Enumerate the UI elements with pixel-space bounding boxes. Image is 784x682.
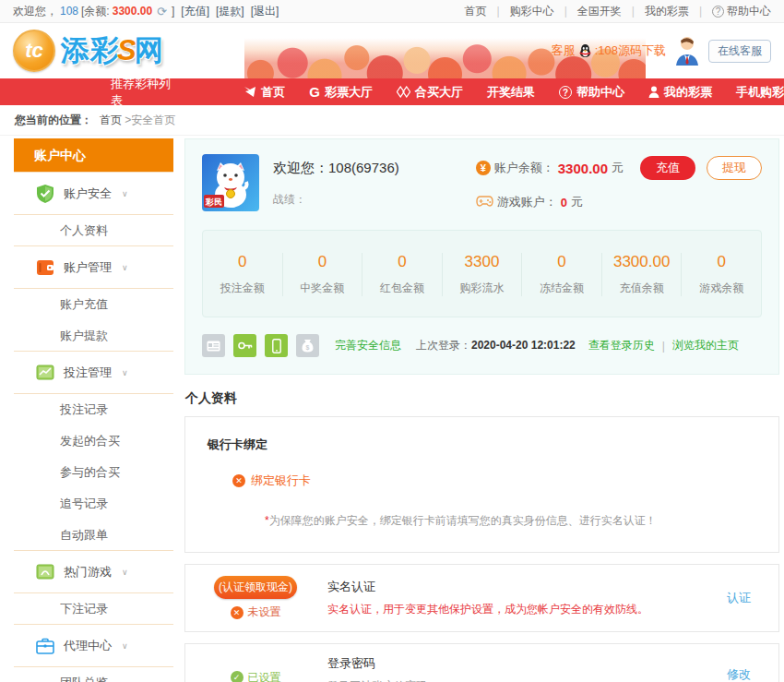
password-title: 登录密码 xyxy=(327,655,727,672)
topbar-link-home[interactable]: 首页 xyxy=(465,4,487,19)
chevron-down-icon: ∨ xyxy=(122,189,128,198)
sidebar-item-game-bet-records[interactable]: 下注记录 xyxy=(14,593,173,625)
record-label: 战绩： xyxy=(273,192,399,208)
sidebar-item-chase-records[interactable]: 追号记录 xyxy=(14,488,173,520)
topbar-recharge-link[interactable]: [充值] xyxy=(181,4,209,19)
breadcrumb-label: 您当前的位置： xyxy=(15,114,92,126)
balance-open: [余额: xyxy=(81,4,110,19)
view-my-homepage-link[interactable]: 浏览我的主页 xyxy=(672,338,739,353)
id-card-icon xyxy=(202,334,225,357)
stat-frozen-amount: 0冻结金额 xyxy=(521,253,601,296)
welcome-block: 欢迎您：108(69736) 战绩： xyxy=(273,154,399,211)
wallet-icon xyxy=(35,257,55,278)
cross-icon: ✕ xyxy=(232,474,245,487)
account-balance-value: 3300.00 xyxy=(558,161,608,176)
breadcrumb: 您当前的位置：首页 >安全首页 xyxy=(0,105,784,136)
topbar-withdraw-link[interactable]: [提款] xyxy=(216,4,244,19)
sidebar-item-joined-group-buys[interactable]: 参与的合买 xyxy=(14,457,173,488)
account-stats-strip: 0投注金额 0中奖金额 0红包金额 3300购彩流水 0冻结金额 3300.00… xyxy=(202,230,762,317)
view-login-history-link[interactable]: 查看登录历史 xyxy=(588,338,655,353)
money-bag-icon: $ xyxy=(296,334,319,357)
separator: | xyxy=(662,340,665,353)
bank-binding-note: *为保障您的账户安全，绑定银行卡前请填写您的真实身份信息、进行实名认证！ xyxy=(265,513,756,529)
stat-lottery-turnover: 3300购彩流水 xyxy=(442,253,522,296)
verify-reward-badge[interactable]: (认证领取现金) xyxy=(214,576,297,599)
key-icon xyxy=(233,334,256,357)
real-name-info: 实名认证 实名认证，用于变更其他保护设置，成为您帐户安全的有效防线。 xyxy=(327,579,727,617)
sidebar-item-bet-records[interactable]: 投注记录 xyxy=(14,394,173,425)
withdraw-button[interactable]: 提现 xyxy=(707,156,762,180)
sidebar-item-account-withdraw[interactable]: 账户提款 xyxy=(14,320,173,352)
stat-game-balance: 0游戏余额 xyxy=(681,253,761,296)
bank-card-binding-box: 银行卡绑定 ✕ 绑定银行卡 *为保障您的账户安全，绑定银行卡前请填写您的真实身份… xyxy=(184,416,779,553)
password-status-column: ✓ 已设置 xyxy=(196,664,315,682)
online-service-button[interactable]: 在线客服 xyxy=(708,40,771,63)
sidebar-item-personal-profile[interactable]: 个人资料 xyxy=(14,215,173,246)
separator: | xyxy=(564,5,567,18)
real-name-status-column: (认证领取现金) ✕ 未设置 xyxy=(196,576,315,620)
complete-security-link[interactable]: 完善安全信息 xyxy=(335,338,401,353)
nav-item-home[interactable]: 首页 xyxy=(244,84,285,101)
nav-item-my-tickets[interactable]: 我的彩票 xyxy=(648,84,712,101)
modify-password-link[interactable]: 修改 xyxy=(727,666,751,682)
welcome-label: 欢迎您： xyxy=(273,160,328,175)
sidebar-item-team-overview[interactable]: 团队总览 xyxy=(14,667,173,682)
bank-binding-title: 银行卡绑定 xyxy=(208,437,756,453)
account-overview-panel: 彩民 欢迎您：108(69736) 战绩： ¥ 账户余额： 3300.00 元 … xyxy=(184,138,779,375)
nav-item-mobile[interactable]: 手机购彩 xyxy=(736,84,784,101)
topbar-link-national-draws[interactable]: 全国开奖 xyxy=(577,4,622,19)
sidebar-group-agent-center[interactable]: 代理中心 ∨ xyxy=(14,624,173,667)
stat-winning-amount: 0中奖金额 xyxy=(282,253,362,296)
cross-icon: ✕ xyxy=(231,606,244,619)
status-not-set: ✕ 未设置 xyxy=(231,604,281,620)
site-header: tc 添彩S网 客服 :108源码下载 在线客服 xyxy=(0,23,784,78)
sidebar-group-hot-games[interactable]: 热门游戏 ∨ xyxy=(14,550,173,593)
sidebar-group-bet-management[interactable]: 投注管理 ∨ xyxy=(14,351,173,394)
topbar-balance-value: 3300.00 xyxy=(113,5,152,18)
nav-item-lottery-hall[interactable]: G 彩票大厅 xyxy=(309,84,373,101)
sidebar-item-account-recharge[interactable]: 账户充值 xyxy=(14,289,173,320)
verify-action-link[interactable]: 认证 xyxy=(727,590,751,606)
topbar-link-my-tickets[interactable]: 我的彩票 xyxy=(645,4,689,19)
header-right: 客服 :108源码下载 在线客服 xyxy=(552,35,771,66)
nav-item-help-center[interactable]: ? 帮助中心 xyxy=(559,84,624,101)
refresh-balance-icon[interactable]: ⟳ xyxy=(157,5,167,18)
qq-penguin-icon xyxy=(578,43,592,58)
mobile-phone-icon xyxy=(265,334,288,357)
double-diamond-icon xyxy=(397,86,410,98)
sidebar-item-auto-follow[interactable]: 自动跟单 xyxy=(14,520,173,551)
sidebar-item-initiated-group-buys[interactable]: 发起的合买 xyxy=(14,425,173,457)
svg-text:$: $ xyxy=(306,344,310,352)
topbar-link-lottery-center[interactable]: 购彩中心 xyxy=(510,4,554,19)
gamepad-icon xyxy=(476,196,493,209)
site-logo[interactable]: tc 添彩S网 xyxy=(13,30,164,72)
top-utility-bar: 欢迎您， 108 [余额: 3300.00 ⟳ ] [充值] [提款] [退出]… xyxy=(0,0,784,23)
nav-item-draw-results[interactable]: 开奖结果 xyxy=(487,84,535,101)
real-name-desc: 实名认证，用于变更其他保护设置，成为您帐户安全的有效防线。 xyxy=(327,602,727,617)
chevron-down-icon: ∨ xyxy=(122,641,128,651)
breadcrumb-home-link[interactable]: 首页 xyxy=(100,114,122,126)
logo-text: 添彩S网 xyxy=(61,31,164,70)
separator: | xyxy=(497,5,500,18)
real-name-title: 实名认证 xyxy=(327,579,727,595)
bind-bank-card-link[interactable]: ✕ 绑定银行卡 xyxy=(232,473,756,489)
stat-red-packet-amount: 0红包金额 xyxy=(362,253,442,296)
last-login-time: 2020-04-20 12:01:22 xyxy=(471,339,576,352)
sidebar-group-account-management[interactable]: 账户管理 ∨ xyxy=(14,245,173,289)
logo-monogram-icon: tc xyxy=(13,30,55,72)
topbar-link-help[interactable]: ?帮助中心 xyxy=(712,4,771,19)
nav-item-group-buy-hall[interactable]: 合买大厅 xyxy=(397,84,463,101)
account-balance-label: 账户余额： xyxy=(494,160,554,176)
nav-promo-label[interactable]: 推荐彩种列表 xyxy=(111,76,172,109)
sidebar-group-account-security[interactable]: 账户安全 ∨ xyxy=(14,172,173,215)
person-icon xyxy=(648,86,659,98)
yen-icon: ¥ xyxy=(476,161,491,175)
flag-icon xyxy=(244,86,256,98)
unit-yuan: 元 xyxy=(612,160,624,176)
separator: | xyxy=(632,5,635,18)
customer-service-avatar xyxy=(673,35,701,66)
topbar-logout-link[interactable]: [退出] xyxy=(251,4,279,19)
question-icon: ? xyxy=(559,86,572,99)
check-icon: ✓ xyxy=(231,671,244,682)
recharge-button[interactable]: 充值 xyxy=(640,156,695,180)
